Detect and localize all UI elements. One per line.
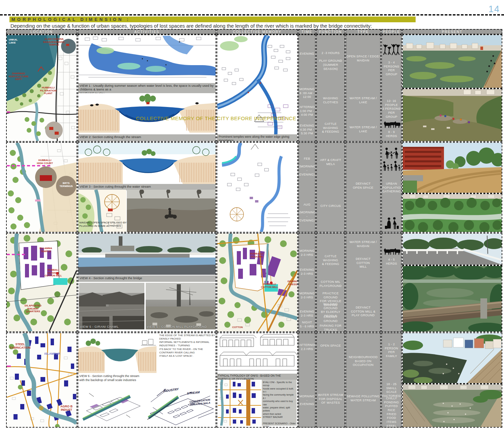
title-band: MORPHOLOGICAL DIMENSION :: [9, 17, 416, 22]
oni-caption: TYPICAL TYPOLOGY OF ONI'S - BASED ON THE…: [217, 374, 297, 380]
type-entry: DEFANCT COTTON MILL & PLAY GROUND: [346, 306, 380, 318]
time-entry: EVENING 2-3 HRS: [299, 310, 315, 318]
time-row4: AFTERNOON 2.3 HRS MORNING - EVENING: [298, 332, 316, 428]
people-entry: 18 - 25 SMALL SCALE FACTORIESLIKE: [382, 382, 401, 398]
edge-note: THE EDGE OF THE STREAM IS ABUTTED BY DEN…: [159, 334, 216, 358]
function-entry: 2 -3 HOURS PLAY GROUND (SUMMER SEASON): [317, 51, 344, 71]
map-label-unkal-lake: UNKAL LAKE: [9, 38, 18, 44]
time-entry: MORNING 2-3 HRS: [299, 249, 315, 257]
activities-row2: VIEW 3 - Section cuting throught the wat…: [78, 142, 216, 233]
map-row2-high-court: HUBBALLI HIGH COURT BRTS TERMINUS: [6, 142, 77, 233]
map-row4-islampur: STEEL FABRICATION ISLAMPUR AGRO B INDUST: [6, 332, 77, 428]
time-entry: MORNING 8 :00 AM - 12:00: [299, 87, 315, 99]
function-entry: PARKING FOR TRUCKS: [317, 324, 344, 332]
function-entry: COTTON MIL PLAYGROUND: [317, 280, 344, 288]
people-entry: CHILLY PONDING PUFFED RICE FRIED FOOD IT…: [382, 397, 401, 428]
map-label-cotton: COTTON: [227, 326, 248, 329]
function-entry: CATTLE WASHING & FEEDING: [317, 254, 344, 266]
column-header-type: TYPE: [345, 29, 381, 34]
map-label-ulavi-temple: ULAVI CHANNA BASAVESHWARA TEMPLE: [39, 38, 69, 47]
view5a-caption: VIEW 5 - GIRANI CHAWL: [80, 325, 119, 328]
maidan-note: MAIDAN / OPEN SPACE UTILISED BY PLUGGING…: [79, 221, 130, 228]
function-row1: 2 -3 HOURS PLAY GROUND (SUMMER SEASON) W…: [316, 34, 345, 142]
people-entry: 3 - 4 PERSONS PER GROUP: [382, 61, 401, 77]
function-entry: WATER STREAM FOR DISPOSAL OF WASTES: [317, 393, 344, 405]
memory-row2: [217, 142, 298, 233]
people-entry: 8 - 9 HERDS: [382, 130, 401, 138]
time-entry: EVENING 4:30 PM - 5:30 PM: [299, 124, 315, 136]
view4-collage: [78, 234, 216, 275]
view5b-caption: VIEW 5 - COTTON MILL PLAYGROUND: [147, 325, 207, 328]
time-entry: EVENING 2-3 HRS: [299, 268, 315, 276]
oni-elevation-sketch: [217, 333, 297, 374]
photo-lake-present: [402, 34, 502, 88]
type-row2: DEFANCT OPEN SPACE: [345, 142, 381, 233]
map-label-filteration-plant: HUBBALLI FILTERATION PLANT: [36, 86, 60, 95]
photo-bridge-road: [402, 233, 502, 265]
view2-sketch: [78, 93, 216, 133]
function-entry: CATTLE WASHING & FEEDING: [317, 122, 344, 134]
photo-washing-stream: [402, 88, 502, 142]
people-row3: 4 - 5 HERDS: [381, 233, 402, 332]
map-label-hubballi-godown: HUBBALLI GODOWN: [245, 252, 269, 258]
map-label-high-court: HUBBALLI HIGH COURT: [30, 159, 59, 165]
time-entry: AFTERNOON 2.3 HRS: [299, 343, 315, 351]
function-row2: ART & CRAFT MELA CITY CIRCUS: [316, 142, 345, 233]
function-entry: CRICKET GROUND: [317, 315, 344, 323]
memory-row1-sketch: [217, 35, 297, 141]
map-label-agro-industries: AGRO B INDUST: [57, 405, 76, 412]
map-label-steel-fabrication: STEEL FABRICATION: [8, 343, 32, 350]
photo-polluted-stream: [402, 384, 502, 428]
people-entry: 12- 16 PEOPLE 2 PERSONS PER GROUP: [382, 99, 401, 119]
time-entry: FEB (MORNING - EVENING): [299, 157, 315, 177]
photo-stream-pipes: [402, 265, 502, 332]
type-entry: SEWAGE POLLUTING WATER STREAM: [346, 395, 380, 402]
memory-row1: Prominent temples were along the water e…: [217, 34, 298, 142]
poster-sheet: 14 MORPHOLOGICAL DIMENSION : Depending o…: [0, 0, 504, 430]
family-group-icon: [382, 161, 401, 171]
type-entry: WATER STREAM / LAKE: [346, 126, 380, 133]
type-entry: WATER STREAM / MAIDAN: [346, 240, 380, 248]
map-label-dharwad-dept: DHARWAD HORTICULTURE DEPT: [7, 72, 30, 81]
activities-row4: VIEW 6 - Section cutting throught the st…: [78, 332, 216, 428]
axon-sketch-right: [147, 387, 216, 427]
dancing-people-icon: [382, 44, 401, 55]
cattle-icon: [382, 120, 401, 129]
function-entry: ART & CRAFT MELA: [317, 158, 344, 166]
time-entry: AUG (MORNING - EVENING): [299, 203, 315, 222]
family-icon: [382, 147, 401, 159]
photo-cotton-mill-playground: VIEW 5 - COTTON MILL PLAYGROUND: [146, 283, 216, 329]
function-entry: OPEN SPACE: [317, 344, 344, 348]
column-header-present: PRESENT: [402, 29, 502, 34]
view1-sketch: [78, 35, 216, 83]
map-label-brts-terminus: BRTS TERMINUS: [57, 182, 76, 188]
function-entry: CITY CIRCUS: [317, 204, 344, 208]
view2-caption: VIEW 2: Section cutting through the stre…: [78, 134, 216, 141]
map-label-railway-quarters: DILAPIDATED RAILWAY QUARTERS: [21, 304, 45, 313]
page-number: 14: [488, 4, 500, 15]
page-title: MORPHOLOGICAL DIMENSION :: [9, 17, 416, 22]
people-row1: 3 - 4 PERSONS PER GROUP 12- 16 PEOPLE 2 …: [381, 34, 402, 142]
cattle-icon: [382, 247, 401, 256]
type-entry: OPEN SPACE / EDGE/ MAIDAN: [346, 55, 380, 62]
map-row3-cotton-mill: ELLAMMA TEMPLE GODOWN HUBBALI DEFANCT CO…: [6, 233, 77, 332]
map-label-hubballi-cotton-mill: HUBBALLI COTTON MILL: [257, 283, 282, 289]
column-header-location: LOCATION: [6, 29, 77, 34]
map-row1-unkal-lake: UNKAL LAKE ULAVI CHANNA BASAVESHWARA TEM…: [6, 34, 77, 142]
column-header-memory: COLLECTIVE MEMORY: [217, 29, 298, 34]
time-entry: EVENING: [299, 52, 315, 56]
view3-sketch: [78, 143, 216, 184]
function-entry: WASHING CLOTHES: [317, 97, 344, 104]
people-entry: 4 - 5 HERDS: [382, 258, 401, 266]
time-entry: NIGHT 5 - 6 HRS: [299, 321, 315, 328]
time-row3: MORNING 2-3 HRS EVENING 2-3 HRS MORNING …: [298, 233, 316, 332]
column-header-activities: ACTIVITIES: [78, 29, 216, 34]
time-row2: FEB (MORNING - EVENING) AUG (MORNING - E…: [298, 142, 316, 233]
photo-maidan-bike: [127, 190, 216, 232]
view6-sketch: [78, 333, 157, 373]
memory-row2-sketch: [217, 143, 297, 232]
people-row4: 1 - 2 PERSON PER FAMILY 18 - 25 SMALL SC…: [381, 332, 402, 428]
type-entry: NEIGHBOURHOOD BASED ON OCCUPATION: [346, 355, 380, 367]
type-row3: WATER STREAM / MAIDAN DEFANCT COTTON MIL…: [345, 233, 381, 332]
activities-row3: VIEW 4 - Section cutting throught the br…: [78, 233, 216, 332]
